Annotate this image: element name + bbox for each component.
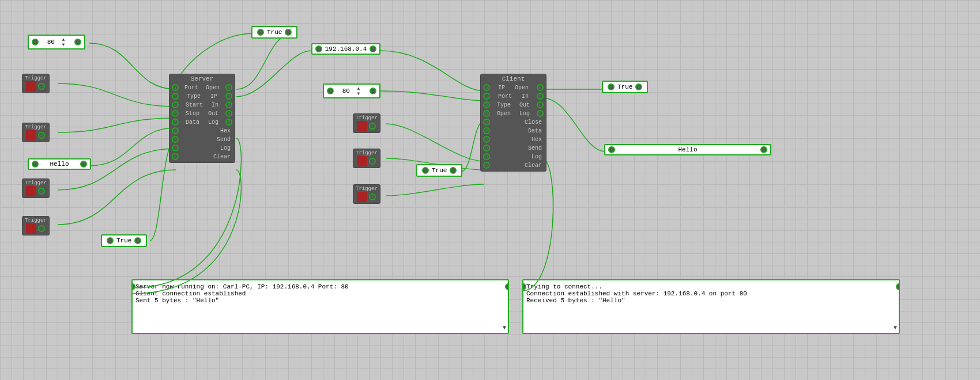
- trigger-mid3-label: Trigger: [356, 186, 378, 192]
- client-log-line2: Connection established with server: 192.…: [526, 290, 896, 297]
- client-log-scrollbar[interactable]: ▼: [894, 325, 897, 331]
- true-bottom-left-value: True: [116, 237, 131, 244]
- server-port-in[interactable]: i: [172, 84, 179, 91]
- trigger-mid1-label: Trigger: [356, 115, 378, 121]
- port80-mid-right-port[interactable]: i: [370, 88, 376, 94]
- trigger-mid2-label: Trigger: [356, 150, 378, 156]
- client-title: Client: [483, 75, 544, 82]
- trigger-mid1-node: Trigger ↩: [353, 113, 380, 133]
- server-type-in[interactable]: S: [172, 93, 179, 100]
- client-in-out[interactable]: S: [537, 93, 544, 100]
- client-out-out[interactable]: n: [537, 101, 544, 108]
- server-log-port-left[interactable]: S: [131, 283, 135, 290]
- hello-right-left-port[interactable]: S: [608, 146, 615, 153]
- client-hex-in[interactable]: n: [483, 136, 490, 143]
- server-log-in[interactable]: n: [172, 145, 179, 151]
- true-top-value: True: [267, 29, 282, 36]
- server-send-in[interactable]: n: [172, 136, 179, 143]
- server-hex-in[interactable]: n: [172, 127, 179, 134]
- client-log-out[interactable]: S: [537, 110, 544, 117]
- true-right-value: True: [617, 83, 632, 90]
- hello-right-node: S Hello S: [604, 144, 771, 155]
- trigger3-button[interactable]: [26, 186, 36, 196]
- server-log-scrollbar[interactable]: ▼: [503, 325, 506, 331]
- client-log-port-right[interactable]: S: [896, 283, 900, 290]
- server-stop-in[interactable]: n: [172, 110, 179, 117]
- true-top-left-port[interactable]: n: [257, 29, 264, 36]
- hello-right-right-port[interactable]: S: [760, 146, 767, 153]
- server-log-port-right[interactable]: S: [505, 283, 509, 290]
- server-log-area: S S Server now running on: Carl-PC, IP: …: [131, 279, 509, 334]
- trigger1-port[interactable]: ↩: [38, 83, 45, 90]
- server-data-in[interactable]: S: [172, 119, 179, 126]
- trigger-mid3-node: Trigger ↩: [353, 184, 380, 204]
- trigger2-port[interactable]: ↩: [38, 132, 45, 139]
- trigger2-button[interactable]: [26, 130, 36, 140]
- hello-left-value: Hello: [50, 161, 69, 168]
- client-log-line3: Received 5 bytes : "Hello": [526, 297, 896, 304]
- server-open-out[interactable]: n: [225, 84, 232, 91]
- trigger3-port[interactable]: ↩: [38, 188, 45, 195]
- server-log-out[interactable]: S: [225, 119, 232, 126]
- trigger-mid3-port[interactable]: ↩: [369, 193, 376, 200]
- ip-right-port[interactable]: S: [370, 45, 376, 52]
- client-data-in[interactable]: S: [483, 127, 490, 134]
- server-ip-out[interactable]: S: [225, 93, 232, 100]
- server-start-in[interactable]: n: [172, 101, 179, 108]
- server-node: Server i Port Open n S Type IP S n Start…: [169, 74, 235, 163]
- trigger-mid2-button[interactable]: [357, 156, 367, 166]
- trigger4-port[interactable]: ↩: [38, 225, 45, 232]
- trigger4-button[interactable]: [26, 223, 36, 234]
- port80-mid-node: i 80 ▲▼ i: [323, 83, 380, 98]
- port80-top-left-port[interactable]: i: [32, 39, 39, 45]
- trigger-mid2-port[interactable]: ↩: [369, 158, 376, 165]
- port80-top-value: 80: [47, 39, 55, 45]
- true-bottom-left-port-right[interactable]: n: [134, 237, 141, 244]
- true-top-node: n True n: [251, 26, 297, 39]
- trigger1-button[interactable]: [26, 81, 36, 92]
- client-clear-in[interactable]: n: [483, 162, 490, 169]
- client-port-in[interactable]: i: [483, 93, 490, 100]
- client-log-port-left[interactable]: S: [522, 283, 526, 290]
- true-right-right-port[interactable]: n: [635, 83, 642, 90]
- true-mid-node: n True n: [416, 164, 462, 177]
- client-ip-in[interactable]: S: [483, 84, 490, 91]
- ip-left-port[interactable]: S: [315, 45, 322, 52]
- true-top-right-port[interactable]: n: [285, 29, 292, 36]
- trigger-mid1-port[interactable]: ↩: [369, 123, 376, 130]
- client-log-area: S S Trying to connect... Connection esta…: [522, 279, 900, 334]
- port80-top-node: i 80 ▲▼ i: [28, 35, 85, 50]
- client-open-out[interactable]: n: [537, 84, 544, 91]
- true-bottom-left-node: n True n: [101, 234, 147, 247]
- true-right-node: n True n: [602, 81, 648, 93]
- server-out-out[interactable]: n: [225, 110, 232, 117]
- true-mid-left-port[interactable]: n: [422, 167, 429, 174]
- trigger-mid3-button[interactable]: [357, 192, 367, 202]
- port80-mid-value: 80: [342, 88, 350, 94]
- server-clear-in[interactable]: n: [172, 153, 179, 160]
- trigger3-label: Trigger: [25, 180, 47, 186]
- trigger1-label: Trigger: [25, 75, 47, 81]
- port80-top-right-port[interactable]: i: [74, 39, 81, 45]
- client-open-in[interactable]: n: [483, 110, 490, 117]
- server-in-out[interactable]: S: [225, 101, 232, 108]
- trigger1-node: Trigger ↩: [22, 74, 50, 93]
- ip-value: 192.168.0.4: [325, 45, 367, 52]
- trigger2-node: Trigger ↩: [22, 123, 50, 142]
- server-log-line1: Server now running on: Carl-PC, IP: 192.…: [135, 283, 505, 290]
- server-clear-label: Clear: [213, 154, 231, 160]
- client-send-in[interactable]: n: [483, 145, 490, 151]
- true-mid-right-port[interactable]: n: [450, 167, 457, 174]
- client-log-in[interactable]: n: [483, 153, 490, 160]
- client-type-in[interactable]: S: [483, 101, 490, 108]
- true-bottom-left-port-left[interactable]: n: [107, 237, 114, 244]
- hello-right-port[interactable]: S: [80, 161, 87, 168]
- client-node: Client S IP Open n i Port In S S Type Ou…: [480, 74, 546, 172]
- true-right-left-port[interactable]: n: [608, 83, 615, 90]
- hello-left-node: S Hello S: [28, 158, 91, 170]
- hello-right-value: Hello: [678, 146, 697, 153]
- trigger-mid1-button[interactable]: [357, 121, 367, 131]
- hello-left-port[interactable]: S: [32, 161, 39, 168]
- port80-mid-left-port[interactable]: i: [327, 88, 334, 94]
- client-close-in[interactable]: n: [483, 119, 490, 126]
